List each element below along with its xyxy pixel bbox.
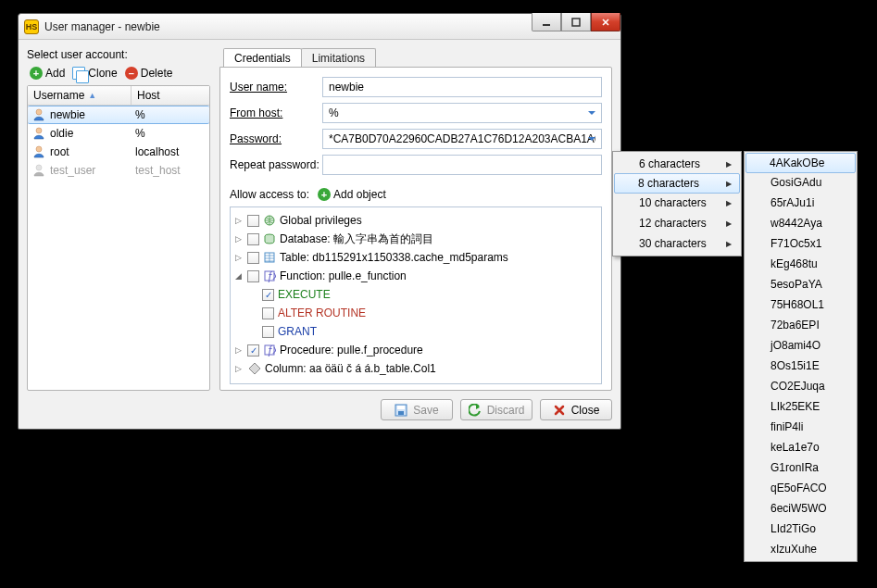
tree-node-grant[interactable]: GRANT <box>232 322 599 341</box>
titlebar[interactable]: HS User manager - newbie <box>19 14 620 40</box>
password-option[interactable]: w8442Aya <box>746 213 855 233</box>
length-option[interactable]: 6 characters <box>615 154 739 174</box>
password-suggestions-menu[interactable]: 4AKakOBeGosiGAdu65rAJu1iw8442AyaF71Oc5x1… <box>744 151 858 562</box>
select-user-account-label: Select user account: <box>27 48 210 61</box>
password-label: Password: <box>230 132 322 145</box>
password-option[interactable]: 72ba6EPI <box>746 315 855 335</box>
clone-user-button[interactable]: Clone <box>69 65 119 81</box>
tree-node-function[interactable]: ◢ ƒx Function: pulle.e_function <box>232 267 599 285</box>
column-header-host[interactable]: Host <box>132 86 209 105</box>
checkbox[interactable] <box>247 270 259 282</box>
user-row[interactable]: test_usertest_host <box>28 161 209 180</box>
function-icon: ƒx <box>263 269 276 282</box>
expand-icon[interactable]: ▷ <box>232 345 244 355</box>
username-cell: oldie <box>50 127 73 140</box>
checkbox[interactable] <box>262 326 274 338</box>
tab-limitations[interactable]: Limitations <box>301 48 376 68</box>
tree-node-global[interactable]: ▷ Global privileges <box>232 211 599 230</box>
length-option[interactable]: 12 characters <box>615 213 739 233</box>
tree-node-table[interactable]: ▷ Table: db115291x1150338.cache_md5param… <box>232 248 599 267</box>
column-header-username[interactable]: Username ▲ <box>28 86 132 105</box>
from-host-dropdown-icon[interactable] <box>586 107 597 119</box>
password-option[interactable]: 8Os15i1E <box>746 356 855 376</box>
length-option[interactable]: 10 characters <box>615 193 739 213</box>
password-option[interactable]: LId2TiGo <box>746 519 855 539</box>
discard-button[interactable]: Discard <box>460 399 532 420</box>
add-user-button[interactable]: + Add <box>27 65 68 81</box>
access-tree[interactable]: ▷ Global privileges ▷ Database: 輸入字串為首的詞… <box>230 206 602 384</box>
svg-rect-1 <box>543 24 550 26</box>
repeat-password-field[interactable] <box>322 155 602 175</box>
checkbox[interactable] <box>247 215 259 227</box>
from-host-field[interactable] <box>322 103 602 123</box>
password-field[interactable] <box>322 129 602 149</box>
host-cell: test_host <box>132 164 209 177</box>
expand-icon[interactable]: ▷ <box>232 216 244 225</box>
password-option[interactable]: jO8ami4O <box>746 335 855 356</box>
password-dropdown-icon[interactable] <box>586 133 597 144</box>
password-option[interactable]: 4AKakOBe <box>745 153 856 173</box>
from-host-label: From host: <box>230 106 322 119</box>
host-cell: % <box>132 127 209 140</box>
tree-node-alter-routine[interactable]: ALTER ROUTINE <box>232 304 599 322</box>
database-icon <box>263 232 276 245</box>
svg-rect-11 <box>397 406 405 409</box>
password-option[interactable]: F71Oc5x1 <box>746 233 855 254</box>
checkbox[interactable] <box>262 307 274 319</box>
username-label: User name: <box>230 81 322 94</box>
close-icon <box>553 404 566 417</box>
app-icon: HS <box>24 19 39 34</box>
user-icon <box>32 127 45 140</box>
plus-icon: + <box>30 67 43 80</box>
checkbox[interactable] <box>247 252 259 264</box>
save-icon <box>395 404 407 417</box>
password-option[interactable]: keLa1e7o <box>746 437 855 457</box>
user-grid[interactable]: Username ▲ Host newbie%oldie%rootlocalho… <box>27 85 210 391</box>
password-option[interactable]: CO2EJuqa <box>746 376 855 396</box>
svg-rect-2 <box>572 19 580 26</box>
expand-icon[interactable]: ▷ <box>232 364 244 373</box>
password-length-menu[interactable]: 6 characters8 characters10 characters12 … <box>612 151 742 256</box>
checkbox[interactable]: ✓ <box>247 344 259 357</box>
tree-node-procedure[interactable]: ▷ ✓ ƒx Procedure: pulle.f_procedure <box>232 341 599 359</box>
delete-user-button[interactable]: – Delete <box>122 65 176 81</box>
username-cell: test_user <box>50 164 95 177</box>
password-option[interactable]: 75H68OL1 <box>746 294 855 315</box>
table-icon <box>263 251 276 264</box>
username-cell: root <box>50 145 69 158</box>
user-row[interactable]: rootlocalhost <box>28 143 209 161</box>
length-option[interactable]: 8 characters <box>614 173 740 194</box>
tab-credentials[interactable]: Credentials <box>223 48 302 68</box>
svg-text:ƒx: ƒx <box>267 269 276 282</box>
password-option[interactable]: xIzuXuhe <box>746 539 855 559</box>
close-button[interactable]: Close <box>540 399 612 420</box>
checkbox[interactable] <box>247 233 259 245</box>
username-field[interactable] <box>322 77 602 97</box>
checkbox[interactable]: ✓ <box>262 289 274 301</box>
tree-node-column[interactable]: ▷ Column: aa öäü č á á.b_table.Col1 <box>232 359 599 378</box>
save-button[interactable]: Save <box>381 399 453 420</box>
password-option[interactable]: 65rAJu1i <box>746 193 855 213</box>
window-minimize-button[interactable] <box>532 13 561 31</box>
tree-node-execute[interactable]: ✓ EXECUTE <box>232 285 599 304</box>
expand-icon[interactable]: ▷ <box>232 234 244 244</box>
tree-node-database[interactable]: ▷ Database: 輸入字串為首的詞目 <box>232 230 599 248</box>
password-option[interactable]: LIk25EKE <box>746 396 855 417</box>
password-option[interactable]: 5esoPaYA <box>746 274 855 294</box>
minus-icon: – <box>125 67 138 80</box>
length-option[interactable]: 30 characters <box>615 233 739 254</box>
add-object-button[interactable]: + Add object <box>315 186 389 203</box>
window-close-button[interactable] <box>591 13 620 31</box>
window-maximize-button[interactable] <box>561 13 591 31</box>
collapse-icon[interactable]: ◢ <box>232 271 244 281</box>
password-option[interactable]: 6eciW5WO <box>746 498 855 519</box>
password-option[interactable]: finiP4li <box>746 417 855 437</box>
password-option[interactable]: qE5oFACO <box>746 478 855 498</box>
user-manager-window: HS User manager - newbie Select user acc… <box>18 13 621 430</box>
password-option[interactable]: kEg468tu <box>746 254 855 274</box>
user-row[interactable]: oldie% <box>28 124 209 143</box>
password-option[interactable]: G1ronIRa <box>746 457 855 478</box>
password-option[interactable]: GosiGAdu <box>746 172 855 193</box>
expand-icon[interactable]: ▷ <box>232 253 244 262</box>
user-row[interactable]: newbie% <box>28 106 209 124</box>
